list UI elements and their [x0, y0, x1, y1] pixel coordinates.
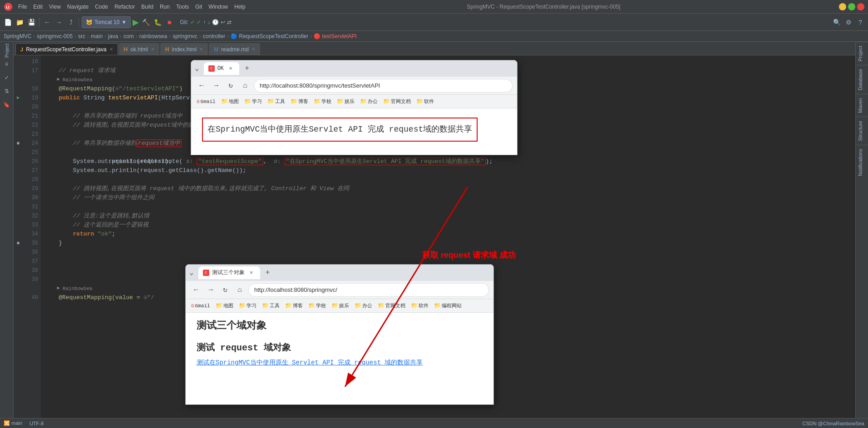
git-undo-icon[interactable]: ↩ [221, 19, 225, 25]
help-icon[interactable]: ? [855, 17, 865, 27]
git-pull-icon[interactable]: ↓ [207, 19, 210, 25]
tab-index-html[interactable]: H index.html ✕ [160, 43, 208, 55]
breadcrumb-module[interactable]: springmvc-005 [37, 33, 73, 39]
tab-close-readme[interactable]: ✕ [252, 47, 255, 52]
maximize-button[interactable] [848, 3, 855, 10]
bm2-coding[interactable]: 📁 编程网站 [432, 300, 464, 311]
menu-refactor[interactable]: Refactor [112, 3, 138, 11]
tab-close-ok[interactable]: ✕ [151, 47, 154, 52]
menu-view[interactable]: View [46, 3, 64, 11]
browser-1-new-tab[interactable]: + [242, 64, 252, 74]
stop-icon[interactable]: ■ [164, 17, 174, 27]
menu-navigate[interactable]: Navigate [64, 3, 91, 11]
browser-1-refresh[interactable]: ↻ [225, 80, 237, 92]
bookmark-office[interactable]: 📁 办公 [358, 96, 380, 107]
rpanel-notifications[interactable]: Notifications [856, 145, 868, 180]
browser-2-url-input[interactable] [248, 283, 489, 297]
bm2-ent[interactable]: 📁 娱乐 [330, 300, 351, 311]
bookmark-study[interactable]: 📁 学习 [242, 96, 264, 107]
rpanel-maven[interactable]: Maven [856, 94, 868, 117]
bookmark-maps[interactable]: 📁 地图 [219, 96, 241, 107]
menu-edit[interactable]: Edit [30, 3, 45, 11]
close-button[interactable] [857, 3, 864, 10]
navigate-icon[interactable]: ⤴ [66, 17, 76, 27]
menu-tools[interactable]: Tools [173, 3, 192, 11]
search-icon[interactable]: 🔍 [832, 17, 842, 27]
forward-icon[interactable]: → [54, 17, 64, 27]
bm2-study[interactable]: 📁 学习 [237, 300, 258, 311]
breadcrumb-java[interactable]: java [108, 33, 118, 39]
commit-icon[interactable]: ✓ [1, 72, 13, 84]
rpanel-structure[interactable]: Structure [856, 117, 868, 145]
bookmark-software[interactable]: 📁 软件 [414, 96, 436, 107]
browser-2-home[interactable]: ⌂ [234, 284, 246, 296]
project-icon[interactable]: Project [1, 44, 13, 56]
browser-1-back[interactable]: ← [196, 80, 207, 92]
menu-build[interactable]: Build [138, 3, 156, 11]
bm2-docs[interactable]: 📁 官网文档 [376, 300, 407, 311]
browser-2-close[interactable]: ✕ [247, 269, 256, 277]
tab-readme[interactable]: M readme.md ✕ [209, 43, 260, 55]
bm2-maps[interactable]: 📁 地图 [214, 300, 235, 311]
browser-window-2[interactable]: ⌄ C 测试三个对象 ✕ + ← → ↻ ⌂ [185, 264, 494, 405]
git-check-icon[interactable]: ✓ [190, 19, 195, 25]
new-file-icon[interactable]: 📄 [3, 17, 13, 27]
git-clock-icon[interactable]: 🕐 [212, 19, 219, 25]
pull-requests-icon[interactable]: ⇅ [1, 85, 13, 97]
bookmark-gmail[interactable]: G Gmail [195, 96, 217, 107]
menu-run[interactable]: Run [157, 3, 173, 11]
browser-1-tab[interactable]: C OK ✕ [204, 62, 239, 75]
breadcrumb-main[interactable]: main [91, 33, 103, 39]
menu-file[interactable]: File [15, 3, 30, 11]
breadcrumb-com[interactable]: com [123, 33, 134, 39]
browser-1-forward[interactable]: → [210, 80, 222, 92]
bookmark-tools[interactable]: 📁 工具 [266, 96, 287, 107]
tab-close-icon[interactable]: ✕ [109, 47, 113, 52]
breadcrumb-rainbowsea[interactable]: rainbowsea [139, 33, 167, 39]
browser-1-url-input[interactable] [254, 79, 513, 93]
menu-window[interactable]: Window [206, 3, 231, 11]
bookmark-ent[interactable]: 📁 娱乐 [335, 96, 356, 107]
tab-close-index[interactable]: ✕ [199, 47, 203, 52]
browser-2-back[interactable]: ← [190, 284, 202, 296]
bm2-blog[interactable]: 📁 博客 [283, 300, 305, 311]
minimize-button[interactable] [839, 3, 846, 10]
tab-ok-html[interactable]: H ok.html ✕ [119, 43, 159, 55]
breadcrumb-springmvc[interactable]: SpringMVC [4, 33, 31, 39]
bm2-software[interactable]: 📁 软件 [409, 300, 430, 311]
settings-icon[interactable]: ⚙ [843, 17, 853, 27]
bookmarks-icon[interactable]: 🔖 [1, 99, 13, 111]
back-icon[interactable]: ← [42, 17, 52, 27]
breadcrumb-class[interactable]: 🔵 RequestScopeTestController [231, 33, 308, 39]
git-check2-icon[interactable]: ✓ [197, 19, 201, 25]
browser-2-forward[interactable]: → [205, 284, 217, 296]
code-editor[interactable]: ▶ ◉ ◉ 16 17 [14, 55, 855, 428]
menu-code[interactable]: Code [92, 3, 111, 11]
window-controls[interactable] [839, 3, 864, 10]
bm2-school[interactable]: 📁 学校 [306, 300, 328, 311]
browser-1-home[interactable]: ⌂ [239, 80, 251, 92]
breadcrumb-src[interactable]: src [78, 33, 85, 39]
bookmark-docs[interactable]: 📁 官网文档 [381, 96, 413, 107]
tomcat-button[interactable]: 🐱 Tomcat 10 ▼ [82, 16, 131, 28]
rpanel-database[interactable]: Database [856, 65, 868, 94]
bookmark-blog[interactable]: 📁 博客 [289, 96, 310, 107]
tab-request-scope[interactable]: J RequestScopeTestController.java ✕ [15, 43, 118, 55]
browser-2-refresh[interactable]: ↻ [219, 284, 231, 296]
breadcrumb-springmvc-pkg[interactable]: springmvc [173, 33, 197, 39]
bookmark-school[interactable]: 📁 学校 [312, 96, 333, 107]
debug-icon[interactable]: 🐛 [153, 17, 163, 27]
build-icon[interactable]: 🔨 [141, 17, 151, 27]
menu-git[interactable]: Git [192, 3, 205, 11]
save-icon[interactable]: 💾 [26, 17, 36, 27]
bm2-tools[interactable]: 📁 工具 [260, 300, 281, 311]
browser-expand-icon[interactable]: ⌄ [195, 64, 199, 73]
browser-1-close[interactable]: ✕ [227, 64, 235, 73]
rpanel-project[interactable]: Project [856, 42, 868, 65]
menu-bar[interactable]: File Edit View Navigate Code Refactor Bu… [15, 3, 248, 11]
browser-2-link[interactable]: 测试在SpringMVC当中使用原生 Servlet API 完成 reques… [197, 359, 423, 366]
menu-help[interactable]: Help [232, 3, 248, 11]
browser-window-1[interactable]: ⌄ C OK ✕ + ← → ↻ ⌂ [191, 60, 518, 155]
browser-2-new-tab[interactable]: + [263, 268, 273, 278]
git-push-icon[interactable]: ↑ [203, 19, 206, 25]
